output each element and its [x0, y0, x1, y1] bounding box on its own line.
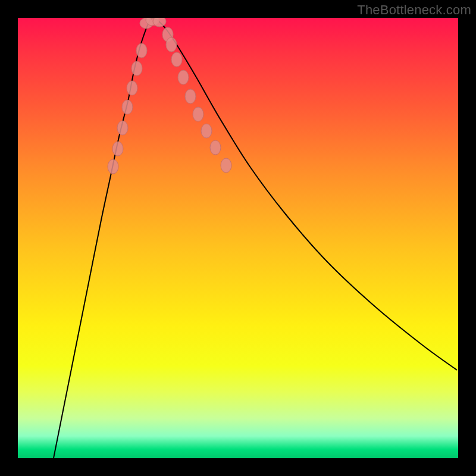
bottleneck-curve: [54, 18, 457, 458]
chart-svg: [18, 18, 458, 458]
left-branch-markers: [131, 61, 142, 76]
watermark-text: TheBottleneck.com: [357, 2, 471, 18]
left-branch-markers: [112, 142, 123, 156]
right-branch-markers: [210, 140, 221, 155]
right-branch-markers: [193, 107, 203, 121]
right-branch-markers: [185, 89, 196, 104]
right-branch-markers: [178, 70, 189, 84]
left-branch-markers: [117, 121, 128, 135]
chart-frame: TheBottleneck.com: [0, 0, 476, 476]
markers-group: [108, 18, 231, 174]
chart-plot-area: [18, 18, 458, 458]
right-branch-markers: [166, 37, 177, 52]
left-branch-markers: [127, 81, 137, 95]
bottom-valley-markers: [153, 18, 166, 27]
right-branch-markers: [221, 158, 231, 173]
right-branch-markers: [201, 124, 212, 138]
left-branch-markers: [108, 159, 118, 174]
left-branch-markers: [122, 100, 133, 114]
left-branch-markers: [136, 43, 147, 58]
right-branch-markers: [171, 52, 182, 67]
